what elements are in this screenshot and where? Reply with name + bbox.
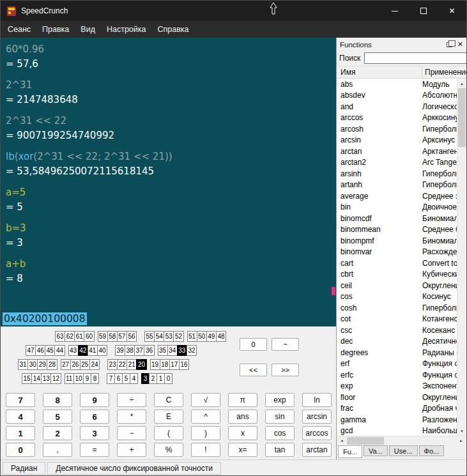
key-close-paren[interactable]: ) <box>191 426 220 440</box>
bit-59[interactable]: 59 <box>98 331 108 342</box>
key-8[interactable]: 8 <box>43 393 72 407</box>
key-factorial[interactable]: ! <box>191 443 220 457</box>
bit-40[interactable]: 40 <box>97 345 107 356</box>
function-row[interactable]: binДвоичное представление <box>337 202 457 213</box>
scroll-up-icon[interactable]: ▲ <box>457 79 466 88</box>
bit-63[interactable]: 63 <box>55 331 65 342</box>
function-row[interactable]: erfФункция ошибок <box>337 358 457 370</box>
key-tan[interactable]: tan <box>265 443 295 457</box>
function-row[interactable]: binommeanСреднее биномиальное <box>337 224 457 236</box>
function-row[interactable]: averageСреднее значение <box>337 190 457 202</box>
function-row[interactable]: degreesРадианы в градусы <box>337 347 457 358</box>
vertical-scroll-thumb[interactable] <box>458 88 466 147</box>
function-row[interactable]: cartConvert to cartesian <box>337 257 457 269</box>
dock-tab-1[interactable]: Va... <box>364 445 388 456</box>
key-3[interactable]: 3 <box>80 426 109 440</box>
bit-51[interactable]: 51 <box>187 331 197 342</box>
bit-38[interactable]: 38 <box>125 345 135 356</box>
key-decimal-sep[interactable]: , <box>43 443 72 457</box>
bit-49[interactable]: 49 <box>206 331 217 342</box>
function-row[interactable]: cosКосинус <box>337 291 457 303</box>
status-angle-mode[interactable]: Радиан <box>3 462 45 475</box>
clear-bits-button[interactable]: 0 <box>240 338 267 351</box>
function-row[interactable]: expЭкспонента <box>337 381 457 392</box>
bit-42[interactable]: 42 <box>78 345 88 356</box>
bit-10[interactable]: 10 <box>73 373 84 384</box>
bit-14[interactable]: 14 <box>31 373 42 384</box>
horizontal-scrollbar[interactable]: ◄ ► <box>337 436 466 445</box>
function-row[interactable]: cbrtКубический корень <box>337 269 457 280</box>
bit-25[interactable]: 25 <box>80 359 90 370</box>
function-row[interactable]: andЛогическое И <box>337 101 457 112</box>
menubar-item-0[interactable]: Сеанс <box>2 22 36 36</box>
expression-input[interactable]: 0x40200100008 <box>1 311 336 326</box>
bit-52[interactable]: 52 <box>173 331 183 342</box>
function-row[interactable]: gammaРазложение гамма <box>337 414 457 426</box>
bit-17[interactable]: 17 <box>169 359 180 370</box>
bit-32[interactable]: 32 <box>187 345 197 356</box>
scroll-left-icon[interactable]: ◄ <box>337 436 347 445</box>
function-row[interactable]: floorОкругление вниз <box>337 392 457 403</box>
scroll-right-icon[interactable]: ► <box>456 436 466 445</box>
key-plus[interactable]: + <box>117 443 146 457</box>
bit-48[interactable]: 48 <box>216 331 226 342</box>
key-4[interactable]: 4 <box>6 410 35 424</box>
key-0[interactable]: 0 <box>6 443 35 457</box>
scroll-down-icon[interactable]: ▼ <box>457 426 466 436</box>
bit-54[interactable]: 54 <box>154 331 164 342</box>
dock-tab-3[interactable]: Фо... <box>419 445 445 456</box>
bit-28[interactable]: 28 <box>47 359 57 370</box>
key-open-paren[interactable]: ( <box>154 426 183 440</box>
bit-33[interactable]: 33 <box>177 345 187 356</box>
key-5[interactable]: 5 <box>43 410 72 424</box>
function-row[interactable]: artanhГиперболический арктангенс <box>337 180 457 191</box>
bit-56[interactable]: 56 <box>126 331 137 342</box>
key-exp[interactable]: exp <box>265 393 295 407</box>
bit-15[interactable]: 15 <box>22 373 32 384</box>
bit-11[interactable]: 11 <box>65 373 74 384</box>
function-row[interactable]: fracДробная часть <box>337 403 457 415</box>
bit-46[interactable]: 46 <box>35 345 45 356</box>
bit-34[interactable]: 34 <box>167 345 178 356</box>
key-assign[interactable]: x= <box>228 443 257 457</box>
bit-26[interactable]: 26 <box>70 359 80 370</box>
function-row[interactable]: coshГиперболический косинус <box>337 302 457 314</box>
horizontal-scroll-track[interactable] <box>347 436 456 445</box>
bit-61[interactable]: 61 <box>74 331 84 342</box>
key-arcsin[interactable]: arcsin <box>302 410 332 424</box>
key-sqrt[interactable]: √ <box>191 393 220 407</box>
bit-24[interactable]: 24 <box>89 359 100 370</box>
function-row[interactable]: erfcФункция ошибок <box>337 369 457 381</box>
bit-31[interactable]: 31 <box>18 359 28 370</box>
bit-50[interactable]: 50 <box>197 331 207 342</box>
key-variable-x[interactable]: x <box>228 426 257 440</box>
close-panel-icon[interactable]: ✕ <box>457 41 463 48</box>
key-sin[interactable]: sin <box>265 410 295 424</box>
key-multiply[interactable]: * <box>117 410 146 424</box>
function-row[interactable]: cscКосеканс <box>337 325 457 336</box>
shift-left-button[interactable]: << <box>240 364 267 376</box>
key-exponent[interactable]: E <box>154 410 183 424</box>
key-divide[interactable]: ÷ <box>117 393 146 407</box>
function-row[interactable]: binomcdfБиномиальное распределение <box>337 213 457 224</box>
status-result-format[interactable]: Десятичное число фиксированной точности <box>47 462 221 475</box>
key-pi[interactable]: π <box>228 393 257 407</box>
float-panel-icon[interactable] <box>447 42 452 47</box>
function-row[interactable]: arcoshГиперболический арккосинус <box>337 123 457 135</box>
not-button[interactable]: ~ <box>272 338 299 351</box>
bit-19[interactable]: 19 <box>150 359 160 370</box>
bit-45[interactable]: 45 <box>45 345 55 356</box>
result-display[interactable]: 60*0.96= 57,62^31= 21474836482^31 << 22=… <box>1 38 336 326</box>
key-6[interactable]: 6 <box>80 410 109 424</box>
bit-20[interactable]: 20 <box>136 359 146 370</box>
key-ans[interactable]: ans <box>228 410 257 424</box>
bit-16[interactable]: 16 <box>179 359 189 370</box>
menubar-item-1[interactable]: Правка <box>36 22 75 36</box>
key-2[interactable]: 2 <box>43 426 72 440</box>
minimize-button[interactable] <box>380 1 409 21</box>
bit-13[interactable]: 13 <box>41 373 51 384</box>
function-row[interactable]: arsinhГиперболический арксинус <box>337 168 457 180</box>
bit-60[interactable]: 60 <box>84 331 94 342</box>
bit-57[interactable]: 57 <box>117 331 127 342</box>
functions-search-input[interactable] <box>364 52 467 64</box>
